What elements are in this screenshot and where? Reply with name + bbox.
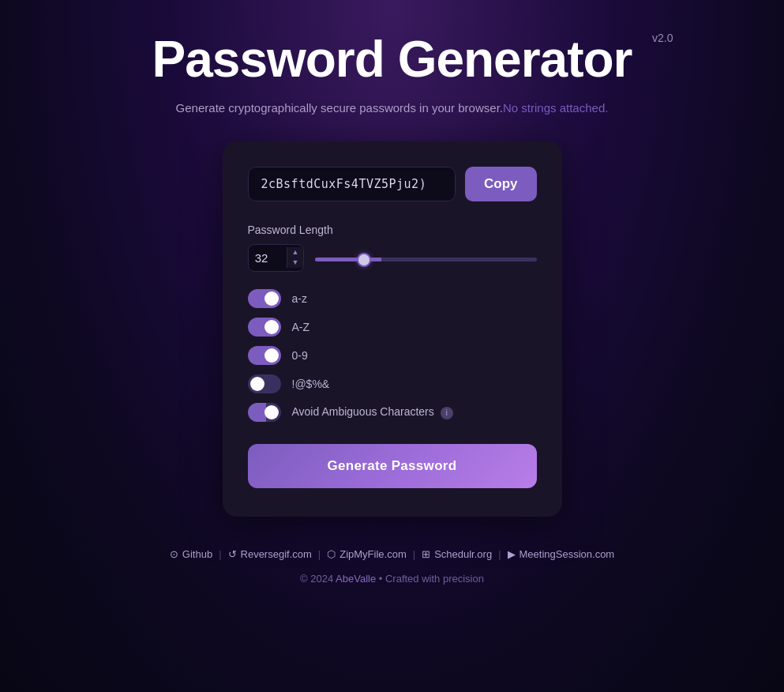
zipmyfile-label: ZipMyFile.com — [339, 548, 407, 560]
subtitle-static: Generate cryptographically secure passwo… — [176, 101, 503, 115]
github-icon: ⊙ — [170, 548, 178, 560]
toggle-row-ambiguous: Avoid Ambiguous Characters i — [248, 403, 537, 422]
github-label: Github — [182, 548, 212, 560]
length-row: ▲ ▼ — [248, 244, 537, 272]
footer-copyright: © 2024 AbeValle • Crafted with precision — [170, 573, 614, 585]
footer: ⊙ Github | ↺ Reversegif.com | ⬡ ZipMyFil… — [170, 517, 614, 585]
toggle-row-09: 0-9 — [248, 346, 537, 365]
file-icon: ⬡ — [327, 548, 336, 560]
meetingsession-link[interactable]: ▶ MeetingSession.com — [508, 548, 615, 560]
page-title: Password Generator — [152, 32, 632, 87]
title-wrapper: Password Generator v2.0 — [152, 32, 632, 87]
length-input-wrapper: ▲ ▼ — [248, 244, 305, 272]
video-icon: ▶ — [508, 548, 516, 560]
calendar-icon: ⊞ — [422, 548, 430, 560]
toggle-knob-09 — [264, 348, 279, 363]
reverse-icon: ↺ — [228, 548, 237, 560]
toggle-AZ[interactable] — [248, 318, 281, 337]
toggle-row-symbols: !@$%& — [248, 374, 537, 393]
password-generator-card: 2cBsftdCuxFs4TVZ5Pju2) Copy Password Len… — [223, 141, 562, 517]
slider-wrapper — [315, 250, 536, 265]
version-badge: v2.0 — [652, 32, 673, 44]
subtitle: Generate cryptographically secure passwo… — [152, 100, 632, 118]
length-decrement[interactable]: ▼ — [287, 258, 304, 268]
footer-links: ⊙ Github | ↺ Reversegif.com | ⬡ ZipMyFil… — [170, 548, 614, 560]
toggle-knob-AZ — [264, 320, 279, 334]
copy-button[interactable]: Copy — [465, 167, 537, 201]
toggle-knob-symbols — [250, 377, 264, 391]
toggle-09[interactable] — [248, 346, 281, 365]
password-display: 2cBsftdCuxFs4TVZ5Pju2) — [248, 167, 456, 201]
toggle-row-az: a-z — [248, 289, 537, 308]
label-az: a-z — [292, 292, 307, 305]
github-link[interactable]: ⊙ Github — [170, 548, 212, 560]
label-ambiguous: Avoid Ambiguous Characters i — [292, 405, 453, 419]
length-spinners: ▲ ▼ — [287, 247, 304, 268]
copyright-suffix: • Crafted with precision — [379, 573, 484, 585]
toggle-symbols[interactable] — [248, 374, 281, 393]
label-symbols: !@$%& — [292, 378, 330, 390]
separator-4: | — [498, 548, 501, 560]
password-row: 2cBsftdCuxFs4TVZ5Pju2) Copy — [248, 167, 537, 201]
toggle-track-09 — [248, 346, 281, 365]
length-section: Password Length ▲ ▼ — [248, 224, 537, 272]
ambiguous-info-icon[interactable]: i — [441, 407, 453, 419]
separator-3: | — [413, 548, 415, 560]
label-09: 0-9 — [292, 349, 308, 362]
length-label: Password Length — [248, 224, 537, 236]
schedulr-label: Schedulr.org — [434, 548, 492, 560]
generate-button[interactable]: Generate Password — [248, 444, 537, 488]
author-link[interactable]: AbeValle — [336, 573, 376, 585]
reversegif-link[interactable]: ↺ Reversegif.com — [228, 548, 312, 560]
length-slider[interactable] — [315, 258, 536, 261]
toggle-knob-az — [264, 291, 279, 306]
toggle-track-symbols — [248, 374, 281, 393]
separator-1: | — [219, 548, 221, 560]
page-header: Password Generator v2.0 Generate cryptog… — [152, 32, 632, 118]
subtitle-highlight: No strings attached. — [503, 101, 608, 115]
length-input[interactable] — [249, 245, 287, 271]
toggle-row-AZ: A-Z — [248, 318, 537, 337]
reversegif-label: Reversegif.com — [241, 548, 312, 560]
toggle-ambiguous[interactable] — [248, 403, 281, 422]
toggle-track-az — [248, 289, 281, 308]
toggles-section: a-z A-Z 0-9 — [248, 289, 537, 422]
toggle-knob-ambiguous — [264, 405, 279, 419]
zipmyfile-link[interactable]: ⬡ ZipMyFile.com — [327, 548, 407, 560]
toggle-az[interactable] — [248, 289, 281, 308]
length-increment[interactable]: ▲ — [287, 247, 304, 258]
toggle-track-ambiguous — [248, 403, 281, 422]
label-AZ: A-Z — [292, 321, 310, 333]
separator-2: | — [318, 548, 321, 560]
meetingsession-label: MeetingSession.com — [520, 548, 615, 560]
toggle-track-AZ — [248, 318, 281, 337]
schedulr-link[interactable]: ⊞ Schedulr.org — [422, 548, 492, 560]
copyright-static: © 2024 — [300, 573, 333, 585]
